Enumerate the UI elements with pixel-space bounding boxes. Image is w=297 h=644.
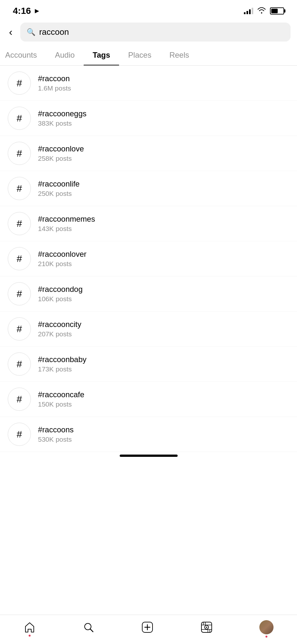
nav-add[interactable] bbox=[141, 621, 153, 633]
home-notification-dot bbox=[29, 635, 31, 637]
tag-info: #raccoondog 106K posts bbox=[38, 285, 83, 303]
hash-symbol-icon: # bbox=[17, 183, 22, 194]
tag-hash-circle: # bbox=[8, 72, 31, 95]
tag-post-count: 207K posts bbox=[38, 330, 81, 338]
tag-post-count: 106K posts bbox=[38, 295, 83, 303]
tag-list-item[interactable]: # #raccoonmemes 143K posts bbox=[0, 206, 297, 241]
svg-point-7 bbox=[206, 627, 207, 628]
tag-hash-circle: # bbox=[8, 142, 31, 165]
tab-places[interactable]: Places bbox=[119, 45, 160, 65]
tag-post-count: 1.6M posts bbox=[38, 84, 71, 92]
nav-reels[interactable] bbox=[200, 621, 213, 633]
tag-list-item[interactable]: # #raccooneggs 383K posts bbox=[0, 101, 297, 136]
tag-hash-circle: # bbox=[8, 212, 31, 235]
tag-hash-circle: # bbox=[8, 247, 31, 270]
search-input[interactable]: raccoon bbox=[39, 27, 69, 37]
tag-list-item[interactable]: # #raccooncity 207K posts bbox=[0, 312, 297, 347]
tag-list-item[interactable]: # #raccooncafe 150K posts bbox=[0, 382, 297, 417]
hash-symbol-icon: # bbox=[17, 113, 22, 124]
search-bar[interactable]: 🔍 raccoon bbox=[20, 23, 291, 42]
hash-symbol-icon: # bbox=[17, 253, 22, 264]
tag-list-item[interactable]: # #raccoondog 106K posts bbox=[0, 276, 297, 312]
search-nav-icon bbox=[82, 621, 95, 633]
nav-home[interactable] bbox=[23, 621, 36, 633]
tag-info: #raccooncity 207K posts bbox=[38, 320, 81, 338]
tab-reels[interactable]: Reels bbox=[160, 45, 198, 65]
tag-name: #raccoondog bbox=[38, 285, 83, 294]
tag-list-item[interactable]: # #raccoonlover 210K posts bbox=[0, 241, 297, 276]
bottom-nav bbox=[0, 615, 297, 644]
tag-name: #raccoonbaby bbox=[38, 355, 87, 364]
tag-name: #raccoons bbox=[38, 425, 74, 434]
tag-info: #raccoonlife 250K posts bbox=[38, 179, 79, 197]
tag-info: #raccoons 530K posts bbox=[38, 425, 74, 443]
tag-name: #raccooneggs bbox=[38, 109, 87, 118]
tag-hash-circle: # bbox=[8, 423, 31, 446]
hash-symbol-icon: # bbox=[17, 323, 22, 334]
hash-symbol-icon: # bbox=[17, 429, 22, 440]
back-button[interactable]: ‹ bbox=[6, 25, 15, 39]
tag-post-count: 150K posts bbox=[38, 400, 84, 408]
add-icon bbox=[141, 621, 153, 633]
tag-list-item[interactable]: # #raccoon 1.6M posts bbox=[0, 66, 297, 101]
tag-post-count: 383K posts bbox=[38, 120, 87, 127]
home-icon bbox=[23, 621, 36, 633]
tag-name: #raccooncity bbox=[38, 320, 81, 329]
home-indicator bbox=[120, 455, 178, 457]
tab-accounts[interactable]: Accounts bbox=[0, 45, 46, 65]
hash-symbol-icon: # bbox=[17, 218, 22, 229]
status-bar: 4:16 ► bbox=[0, 0, 297, 19]
tag-post-count: 258K posts bbox=[38, 155, 84, 162]
tag-info: #raccoonlover 210K posts bbox=[38, 250, 87, 268]
reels-icon bbox=[200, 621, 213, 633]
tab-tags[interactable]: Tags bbox=[84, 45, 119, 65]
tag-post-count: 250K posts bbox=[38, 190, 79, 197]
nav-search[interactable] bbox=[82, 621, 95, 633]
tag-hash-circle: # bbox=[8, 388, 31, 411]
tag-info: #raccooneggs 383K posts bbox=[38, 109, 87, 127]
hash-symbol-icon: # bbox=[17, 148, 22, 159]
tag-list-item[interactable]: # #raccoonlife 250K posts bbox=[0, 171, 297, 206]
time-display: 4:16 bbox=[13, 6, 31, 16]
svg-line-1 bbox=[90, 629, 93, 632]
tag-info: #raccoon 1.6M posts bbox=[38, 74, 71, 92]
tabs-container: Accounts Audio Tags Places Reels bbox=[0, 45, 297, 66]
tag-info: #raccoonlove 258K posts bbox=[38, 144, 84, 162]
tag-name: #raccoon bbox=[38, 74, 71, 83]
search-icon: 🔍 bbox=[27, 28, 35, 36]
wifi-icon bbox=[257, 6, 266, 15]
tab-audio[interactable]: Audio bbox=[46, 45, 84, 65]
tag-info: #raccooncafe 150K posts bbox=[38, 390, 84, 408]
tag-hash-circle: # bbox=[8, 352, 31, 376]
profile-avatar bbox=[259, 620, 274, 634]
tag-name: #raccoonmemes bbox=[38, 215, 95, 224]
tag-post-count: 210K posts bbox=[38, 260, 87, 268]
status-time: 4:16 ► bbox=[13, 6, 41, 16]
status-icons bbox=[244, 6, 284, 15]
tag-name: #raccoonlove bbox=[38, 144, 84, 153]
tag-name: #raccooncafe bbox=[38, 390, 84, 399]
tag-info: #raccoonbaby 173K posts bbox=[38, 355, 87, 373]
tag-info: #raccoonmemes 143K posts bbox=[38, 215, 95, 233]
signal-icon bbox=[244, 8, 253, 14]
tag-list-item[interactable]: # #raccoonbaby 173K posts bbox=[0, 347, 297, 382]
nav-profile[interactable] bbox=[259, 620, 274, 634]
tag-hash-circle: # bbox=[8, 107, 31, 130]
search-area: ‹ 🔍 raccoon bbox=[0, 19, 297, 45]
location-arrow-icon: ► bbox=[33, 7, 41, 15]
hash-symbol-icon: # bbox=[17, 78, 22, 89]
tag-name: #raccoonlover bbox=[38, 250, 87, 259]
tag-hash-circle: # bbox=[8, 282, 31, 305]
tag-post-count: 173K posts bbox=[38, 365, 87, 373]
tag-name: #raccoonlife bbox=[38, 179, 79, 188]
tag-list-item[interactable]: # #raccoons 530K posts bbox=[0, 417, 297, 452]
tag-list-item[interactable]: # #raccoonlove 258K posts bbox=[0, 136, 297, 171]
profile-notification-dot bbox=[265, 636, 267, 638]
hash-symbol-icon: # bbox=[17, 394, 22, 405]
tag-hash-circle: # bbox=[8, 177, 31, 200]
tag-list: # #raccoon 1.6M posts # #raccooneggs 383… bbox=[0, 66, 297, 452]
tag-post-count: 143K posts bbox=[38, 225, 95, 233]
hash-symbol-icon: # bbox=[17, 288, 22, 299]
hash-symbol-icon: # bbox=[17, 359, 22, 370]
battery-icon bbox=[270, 7, 284, 14]
